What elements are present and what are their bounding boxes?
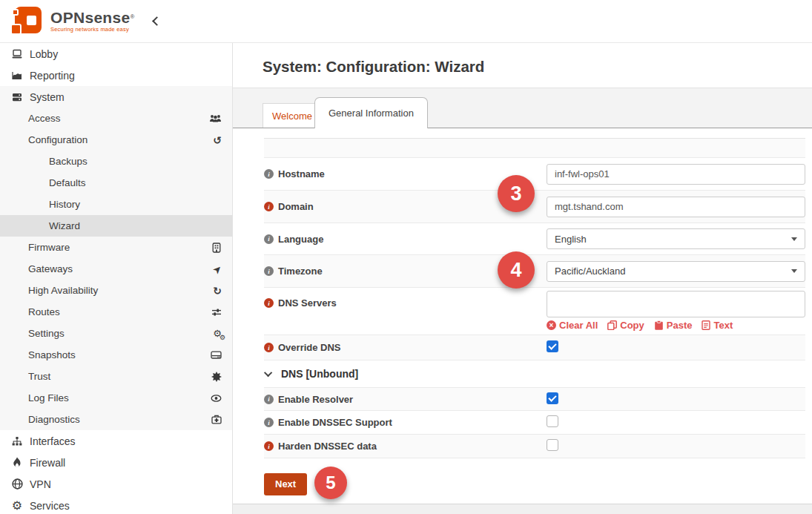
brand-name: OPNsense: [50, 9, 130, 26]
gears-icon: ⚙⚙: [213, 328, 222, 339]
system-section: System Access Configuration ↺ Backups De…: [0, 86, 232, 430]
info-icon[interactable]: i: [264, 169, 274, 179]
server-icon: [10, 92, 24, 102]
sidebar-nav: Lobby Reporting System Access Con: [0, 43, 233, 514]
sidebar-item-configuration[interactable]: Configuration ↺: [0, 129, 232, 151]
sidebar-item-defaults[interactable]: Defaults: [0, 172, 232, 194]
domain-label: Domain: [278, 201, 314, 212]
hdd-icon: [211, 350, 222, 360]
info-icon-required[interactable]: i: [264, 441, 274, 451]
medkit-icon: [211, 415, 222, 424]
language-label: Language: [278, 234, 323, 245]
wizard-form: i Hostname i Domain: [264, 138, 805, 458]
tab-general-information[interactable]: General Information: [314, 97, 428, 128]
chevron-down-icon: [264, 369, 272, 377]
brand-tagline: Securing networks made easy: [50, 27, 134, 33]
harden-dnssec-checkbox[interactable]: [547, 439, 558, 451]
language-selected-value: English: [555, 234, 587, 245]
page-title-block: System: Configuration: Wizard: [233, 43, 812, 88]
language-select[interactable]: English: [547, 228, 805, 249]
sidebar-item-routes[interactable]: Routes: [0, 301, 232, 323]
sidebar-item-trust[interactable]: Trust: [0, 366, 232, 387]
info-icon[interactable]: i: [264, 266, 274, 276]
logo-small-square-bottom: [10, 24, 22, 35]
sidebar-item-system[interactable]: System: [0, 86, 232, 108]
sidebar-item-access[interactable]: Access: [0, 108, 232, 129]
override-dns-row: i Override DNS: [264, 335, 805, 360]
timezone-row: i Timezone Pacific/Auckland: [264, 255, 805, 288]
history-icon: ↺: [213, 135, 222, 145]
eye-icon: [211, 394, 222, 403]
paste-link[interactable]: Paste: [654, 320, 693, 331]
fire-icon: [10, 457, 24, 468]
text-link[interactable]: Text: [702, 320, 733, 331]
laptop-icon: [10, 49, 24, 59]
hostname-label: Hostname: [278, 168, 325, 179]
sidebar-item-snapshots[interactable]: Snapshots: [0, 344, 232, 366]
harden-dnssec-row: i Harden DNSSEC data: [264, 435, 805, 458]
sidebar-item-diagnostics[interactable]: Diagnostics: [0, 409, 232, 430]
sidebar-item-vpn[interactable]: VPN: [0, 473, 232, 495]
info-icon-required[interactable]: i: [264, 202, 274, 211]
info-icon[interactable]: i: [264, 234, 274, 244]
info-icon-required[interactable]: i: [264, 343, 274, 352]
dns-servers-row: i DNS Servers × Clear All Copy: [264, 288, 805, 335]
annotation-badge-4: 4: [498, 251, 535, 289]
info-icon[interactable]: i: [264, 395, 274, 404]
users-icon: [209, 113, 222, 123]
clear-all-icon: ×: [547, 320, 556, 330]
sidebar-item-settings[interactable]: Settings ⚙⚙: [0, 323, 232, 344]
info-icon[interactable]: i: [264, 418, 274, 427]
sidebar-item-firewall[interactable]: Firewall: [0, 452, 232, 473]
sidebar-item-backups[interactable]: Backups: [0, 151, 232, 172]
sidebar-item-reporting[interactable]: Reporting: [0, 65, 232, 86]
sidebar-collapse-icon[interactable]: [152, 16, 162, 26]
sidebar-item-interfaces[interactable]: Interfaces: [0, 430, 232, 452]
registered-mark: ®: [130, 13, 134, 20]
timezone-label: Timezone: [278, 266, 323, 277]
dns-actions: × Clear All Copy Paste: [547, 320, 805, 331]
hostname-input[interactable]: [547, 164, 805, 185]
tab-welcome[interactable]: Welcome: [263, 103, 322, 128]
opnsense-logo[interactable]: [10, 4, 44, 39]
override-dns-label: Override DNS: [278, 342, 341, 353]
sidebar-item-wizard[interactable]: Wizard: [0, 215, 232, 237]
next-button[interactable]: Next: [264, 473, 307, 495]
hostname-row: i Hostname: [264, 158, 805, 191]
certificate-icon: [211, 372, 222, 382]
domain-input[interactable]: [547, 197, 805, 217]
logo-small-square-top: [12, 9, 19, 16]
override-dns-checkbox[interactable]: [547, 340, 558, 352]
timezone-select[interactable]: Pacific/Auckland: [547, 261, 805, 282]
sidebar-item-high-availability[interactable]: High Availability ↻: [0, 280, 232, 301]
harden-dnssec-label: Harden DNSSEC data: [278, 441, 377, 452]
table-header-row: [264, 139, 805, 158]
paste-icon: [654, 320, 664, 330]
sidebar-item-lobby[interactable]: Lobby: [0, 43, 232, 65]
text-file-icon: [702, 320, 710, 330]
timezone-selected-value: Pacific/Auckland: [555, 266, 625, 277]
building-icon: [211, 243, 222, 253]
dns-unbound-section-header[interactable]: DNS [Unbound]: [264, 360, 805, 388]
sidebar-item-firmware[interactable]: Firmware: [0, 237, 232, 258]
enable-dnssec-label: Enable DNSSEC Support: [278, 417, 392, 428]
copy-link[interactable]: Copy: [607, 320, 644, 331]
clear-all-link[interactable]: × Clear All: [547, 320, 598, 331]
dns-servers-input[interactable]: [547, 291, 805, 317]
caret-down-icon: [791, 269, 797, 273]
sidebar-item-services[interactable]: ⚙ Services: [0, 495, 232, 514]
sliders-icon: [211, 307, 222, 317]
enable-dnssec-checkbox[interactable]: [547, 415, 558, 427]
enable-resolver-checkbox[interactable]: [547, 392, 558, 404]
sidebar-item-gateways[interactable]: Gateways ➤: [0, 258, 232, 280]
bottom-strip: [233, 504, 812, 514]
app-header: OPNsense® Securing networks made easy: [0, 0, 812, 43]
info-icon-required[interactable]: i: [264, 298, 274, 308]
logo-hole: [27, 16, 36, 25]
sidebar-item-log-files[interactable]: Log Files: [0, 387, 232, 409]
area-chart-icon: [10, 70, 24, 81]
section-title: DNS [Unbound]: [281, 368, 358, 380]
sidebar-item-history[interactable]: History: [0, 194, 232, 215]
sitemap-icon: [10, 436, 24, 447]
location-arrow-icon: ➤: [213, 264, 222, 274]
